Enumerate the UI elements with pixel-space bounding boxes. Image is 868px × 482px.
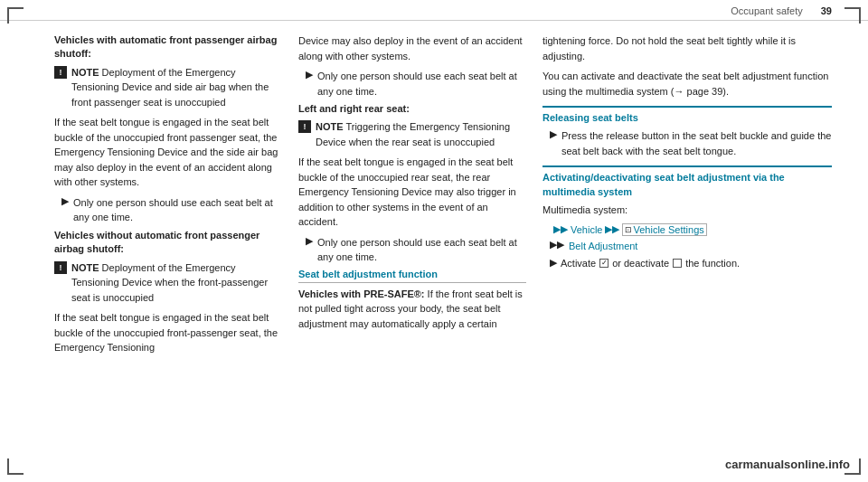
mid-bullet-1: ▶ Only one person should use each seat b… (298, 69, 526, 99)
activating-divider (542, 165, 832, 167)
menu-icon-vehicle-settings: ⊡ Vehicle Settings (622, 223, 706, 236)
page-header: Occupant safety 39 (0, 0, 868, 21)
note-box-3: ! NOTE Triggering the Emergency Tensioni… (298, 119, 526, 149)
mid-bullet-2: ▶ Only one person should use each seat b… (298, 235, 526, 265)
releasing-text: Press the release button in the seat bel… (561, 128, 832, 158)
note-box-1: ! NOTE Deployment of the Emergency Tensi… (54, 65, 282, 110)
empty-box-icon (673, 259, 682, 268)
menu-belt-adjustment: Belt Adjustment (569, 239, 637, 254)
sba-subtitle-para: Vehicles with PRE-SAFE®: If the front se… (298, 287, 526, 332)
mid-bullet-text-1: Only one person should use each seat bel… (317, 69, 526, 99)
multimedia-label: Multimedia system: (542, 203, 832, 218)
note-text-2: NOTE Deployment of the Emergency Tension… (71, 260, 282, 306)
note-icon-1: ! (54, 66, 67, 79)
sba-section: Seat belt adjustment function (298, 269, 526, 283)
watermark: carmanualsonline.info (725, 458, 850, 471)
section2-title: Vehicles without automatic front passeng… (54, 229, 282, 257)
right-column: tightening force. Do not hold the seat b… (542, 33, 832, 463)
right-para1: tightening force. Do not hold the seat b… (542, 33, 832, 63)
section1-para1: If the seat belt tongue is engaged in th… (54, 115, 282, 190)
corner-bracket-tr (844, 7, 861, 24)
note-icon-3: ! (298, 120, 311, 133)
activate-arrow: ▶ (550, 257, 557, 269)
check-box-icon: ✓ (599, 259, 609, 268)
activating-title: Activating/deactivating seat belt adjust… (542, 171, 832, 199)
mid-bullet-text-2: Only one person should use each seat bel… (317, 235, 526, 265)
mid-bullet-arrow-2: ▶ (306, 235, 313, 265)
mid-para1: Device may also deploy in the event of a… (298, 33, 526, 63)
left-column: Vehicles with automatic front passenger … (54, 33, 298, 463)
activate-line: ▶ Activate ✓ or deactivate the function. (542, 257, 832, 269)
section-title: Occupant safety (731, 5, 803, 16)
rear-seat-title: Left and right rear seat: (298, 102, 526, 116)
bullet-item-1: ▶ Only one person should use each seat b… (54, 195, 282, 225)
menu-path-1: ▶▶ Vehicle ▶▶ ⊡ Vehicle Settings (542, 223, 832, 236)
sba-section-title: Seat belt adjustment function (298, 269, 438, 279)
menu-icon-symbol: ⊡ (625, 225, 632, 234)
section2-para1: If the seat belt tongue is engaged in th… (54, 310, 282, 355)
middle-column: Device may also deploy in the event of a… (298, 33, 542, 463)
releasing-arrow: ▶ (550, 128, 557, 158)
note-text-3: NOTE Triggering the Emergency Tensioning… (316, 119, 526, 149)
activate-label: Activate (561, 258, 596, 269)
page-number: 39 (821, 5, 832, 16)
releasing-title: Releasing seat belts (542, 111, 832, 125)
sba-subtitle: Vehicles with PRE-SAFE®: (298, 288, 425, 299)
note-text-1: NOTE Deployment of the Emergency Tension… (71, 65, 282, 110)
corner-bracket-bl (7, 458, 24, 475)
mid-bullet-arrow-1: ▶ (306, 69, 313, 99)
section1-title: Vehicles with automatic front passenger … (54, 33, 282, 61)
belt-arrow: ▶▶ (550, 239, 564, 254)
menu-path-arrow-1: ▶▶ (553, 223, 568, 235)
note-icon-2: ! (54, 261, 67, 274)
releasing-bullet: ▶ Press the release button in the seat b… (542, 128, 832, 158)
bullet-text-1: Only one person should use each seat bel… (73, 195, 282, 225)
mid-para2: If the seat belt tongue is engaged in th… (298, 155, 526, 230)
corner-bracket-tl (7, 7, 24, 24)
releasing-divider (542, 106, 832, 108)
menu-belt-path: ▶▶ Belt Adjustment (542, 239, 832, 254)
bullet-arrow-1: ▶ (61, 195, 69, 225)
note-box-2: ! NOTE Deployment of the Emergency Tensi… (54, 260, 282, 306)
right-para2: You can activate and deactivate the seat… (542, 69, 832, 99)
or-deactivate-text: or deactivate (612, 258, 669, 269)
menu-separator-1: ▶▶ (605, 223, 619, 235)
content-area: Vehicles with automatic front passenger … (0, 21, 868, 472)
menu-vehicle-settings: Vehicle Settings (633, 224, 703, 235)
page-container: Occupant safety 39 Vehicles with automat… (0, 0, 868, 482)
menu-vehicle: Vehicle (571, 224, 602, 235)
the-function-text: the function. (685, 258, 740, 269)
